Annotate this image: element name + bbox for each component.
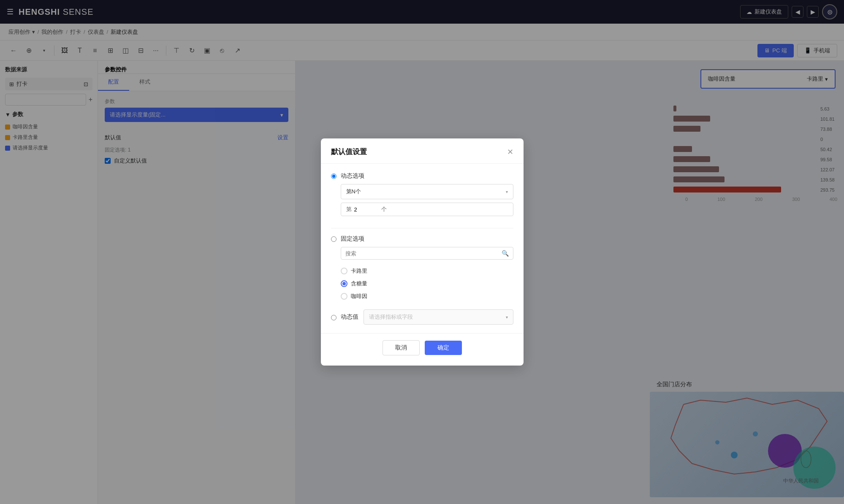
option-content-1: 动态选项 第N个 ▾ 第 个 [341,172,513,221]
modal-search: 🔍 [341,247,513,260]
checkbox-option-2[interactable]: 咖啡因 [341,290,513,303]
chevron-down-icon: ▾ [506,190,508,194]
modal-body: 动态选项 第N个 ▾ 第 个 [321,164,524,333]
radio-dynamic-value[interactable] [331,315,337,320]
option-row-2: 固定选项 🔍 卡路里 含糖量 [331,235,513,303]
option-row-1: 动态选项 第N个 ▾ 第 个 [331,172,513,221]
option3-label: 动态值 [341,313,358,321]
search-icon: 🔍 [502,250,509,257]
modal: 默认值设置 ✕ 动态选项 第N个 ▾ 第 [321,138,524,366]
chevron-down-icon: ▾ [506,315,508,320]
dynamic-value-select[interactable]: 请选择指标或字段 ▾ [364,309,513,325]
radio-circle-2 [341,293,347,300]
modal-title: 默认值设置 [331,147,367,157]
modal-header: 默认值设置 ✕ [321,138,524,164]
modal-close-button[interactable]: ✕ [507,147,513,157]
nth-number-input[interactable] [354,206,380,213]
confirm-button[interactable]: 确定 [425,341,462,355]
radio-fixed-option[interactable] [331,236,337,242]
option-content-2: 固定选项 🔍 卡路里 含糖量 [341,235,513,303]
dropdown-nth[interactable]: 第N个 ▾ [341,184,513,199]
radio-circle-0 [341,268,347,274]
option2-label: 固定选项 [341,235,513,243]
modal-footer: 取消 确定 [321,333,524,366]
number-input-row: 第 个 [341,203,513,216]
checkbox-option-1[interactable]: 含糖量 [341,277,513,290]
checkbox-option-0[interactable]: 卡路里 [341,265,513,277]
radio-dynamic-option[interactable] [331,173,337,179]
option1-label: 动态选项 [341,172,513,180]
divider-line [331,228,513,228]
cancel-button[interactable]: 取消 [383,340,420,355]
search-fixed-input[interactable] [345,250,502,257]
radio-circle-1 [341,280,347,287]
option-content-3: 动态值 请选择指标或字段 ▾ [341,309,513,325]
modal-overlay: 默认值设置 ✕ 动态选项 第N个 ▾ 第 [0,0,844,504]
option-row-3: 动态值 请选择指标或字段 ▾ [331,309,513,325]
